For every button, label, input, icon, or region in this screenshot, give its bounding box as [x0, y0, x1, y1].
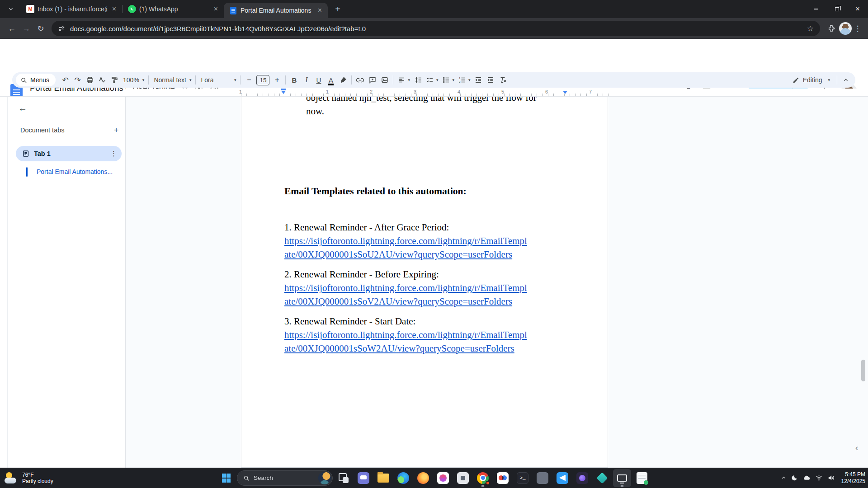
- doc-text-line: now.: [306, 104, 537, 118]
- font-select[interactable]: Lora ▾: [198, 74, 237, 86]
- bulleted-list-button[interactable]: ▾: [441, 74, 456, 86]
- bold-button[interactable]: B: [288, 74, 300, 86]
- italic-button[interactable]: I: [301, 74, 312, 86]
- first-line-indent-marker[interactable]: [281, 89, 286, 90]
- line-spacing-button[interactable]: [412, 74, 424, 86]
- taskbar-search-label: Search: [254, 474, 314, 481]
- browser-menu-icon[interactable]: ⋮: [852, 24, 863, 33]
- task-view-icon[interactable]: [335, 469, 353, 487]
- close-window-button[interactable]: ×: [847, 0, 868, 18]
- taskbar-clock[interactable]: 5:45 PM 12/4/2025: [841, 471, 865, 485]
- template-link[interactable]: ate/00XJQ000001sSoV2AU/view?queryScope=u…: [284, 295, 527, 308]
- sidebar-tab-1[interactable]: Tab 1 ⋮: [16, 146, 122, 161]
- insert-link-button[interactable]: [354, 74, 366, 86]
- add-tab-button[interactable]: +: [111, 125, 122, 136]
- active-window-monitor-icon[interactable]: [613, 469, 631, 487]
- volume-icon[interactable]: [827, 474, 835, 482]
- wifi-icon[interactable]: [815, 474, 823, 482]
- terminal-icon[interactable]: >_: [514, 469, 532, 487]
- address-bar[interactable]: docs.google.com/document/d/1jpc3R6Cmpii0…: [52, 21, 820, 36]
- tray-chevron-up-icon[interactable]: [781, 475, 787, 481]
- show-side-panel-icon[interactable]: ‹: [855, 443, 858, 453]
- vscode-icon[interactable]: [553, 469, 571, 487]
- firefox-icon[interactable]: [414, 469, 432, 487]
- site-settings-tune-icon[interactable]: [58, 25, 66, 33]
- template-link[interactable]: ate/00XJQ000001sSoW2AU/view?queryScope=u…: [284, 342, 527, 355]
- increase-font-size-button[interactable]: +: [271, 74, 283, 86]
- editing-mode-select[interactable]: Editing ▾: [788, 76, 835, 84]
- sidebar-tab-label: Tab 1: [34, 150, 106, 157]
- clipped-paragraph: object named hjh_test, selecting that wi…: [306, 97, 537, 118]
- item-label: 2. Renewal Reminder - Before Expiring:: [284, 267, 527, 281]
- font-size-input[interactable]: 15: [256, 75, 269, 85]
- paragraph-style-select[interactable]: Normal text ▾: [151, 74, 193, 86]
- document-canvas[interactable]: object named hjh_test, selecting that wi…: [126, 97, 868, 468]
- scrollbar-thumb[interactable]: [861, 360, 865, 381]
- template-link[interactable]: ate/00XJQ000001sSoU2AU/view?queryScope=u…: [284, 248, 527, 261]
- template-link[interactable]: https://isijoftoronto.lightning.force.co…: [284, 328, 527, 342]
- tab-options-icon[interactable]: ⋮: [110, 150, 117, 158]
- file-explorer-icon[interactable]: [374, 469, 392, 487]
- back-button[interactable]: ←: [5, 21, 19, 36]
- underline-button[interactable]: U: [313, 74, 324, 86]
- restore-button[interactable]: [826, 0, 847, 18]
- taskbar-search[interactable]: Search: [237, 470, 333, 486]
- night-mode-moon-icon[interactable]: [791, 474, 798, 482]
- forward-button[interactable]: →: [19, 21, 33, 36]
- bookmark-star-icon[interactable]: ☆: [807, 24, 814, 33]
- outline-heading-link[interactable]: Portal Email Automations...: [37, 168, 113, 175]
- spell-check-button[interactable]: [96, 74, 108, 86]
- close-tab-icon[interactable]: ×: [110, 5, 118, 14]
- decrease-font-size-button[interactable]: −: [243, 74, 255, 86]
- photos-app-icon[interactable]: [494, 469, 512, 487]
- docs-toolbar: Menus ↶ ↷ 100% ▾ Normal text ▾ Lora ▾ − …: [12, 72, 855, 88]
- print-button[interactable]: [84, 74, 95, 86]
- chrome-icon[interactable]: [474, 469, 492, 487]
- start-button[interactable]: [217, 469, 235, 487]
- text-color-button[interactable]: A: [325, 74, 336, 86]
- light-app-icon[interactable]: [454, 469, 472, 487]
- checklist-button[interactable]: ▾: [425, 74, 440, 86]
- clear-formatting-button[interactable]: [497, 74, 509, 86]
- browser-tab[interactable]: Inbox (1) - ishann.tforce@gmail×: [21, 0, 122, 18]
- font-dropdown-icon: ▾: [234, 78, 236, 82]
- gray-app-icon[interactable]: [533, 469, 552, 487]
- toolbar-menus-search[interactable]: Menus: [16, 74, 56, 86]
- clock-date: 12/4/2025: [841, 478, 865, 485]
- insert-image-button[interactable]: [379, 74, 390, 86]
- tab-search-button[interactable]: [5, 3, 17, 15]
- extensions-puzzle-icon[interactable]: [824, 21, 839, 36]
- zoom-select[interactable]: 100% ▾: [121, 74, 146, 86]
- highlight-color-button[interactable]: [337, 74, 349, 86]
- weather-widget[interactable]: 76°F Partly cloudy: [5, 468, 53, 488]
- minimize-button[interactable]: [806, 0, 826, 18]
- browser-tab[interactable]: Portal Email Automations – User Guide×: [224, 3, 328, 18]
- pink-app-icon[interactable]: [434, 469, 452, 487]
- undo-button[interactable]: ↶: [60, 74, 71, 86]
- cloud-tray-icon[interactable]: [803, 474, 811, 482]
- browser-tab[interactable]: (1) WhatsApp×: [123, 0, 224, 18]
- add-comment-button[interactable]: [367, 74, 378, 86]
- decrease-indent-button[interactable]: [473, 74, 484, 86]
- numbered-list-button[interactable]: 12 ▾: [457, 74, 472, 86]
- template-link[interactable]: https://isijoftoronto.lightning.force.co…: [284, 234, 527, 248]
- browser-profile-avatar[interactable]: [839, 22, 852, 35]
- align-button[interactable]: ▾: [396, 74, 411, 86]
- edge-icon[interactable]: [394, 469, 412, 487]
- paint-format-button[interactable]: [108, 74, 120, 86]
- back-arrow-icon[interactable]: ←: [17, 102, 28, 114]
- template-link[interactable]: https://isijoftoronto.lightning.force.co…: [284, 281, 527, 295]
- teams-chat-icon[interactable]: [354, 469, 373, 487]
- redo-button[interactable]: ↷: [72, 74, 83, 86]
- right-indent-marker[interactable]: [563, 91, 567, 94]
- hide-menus-button[interactable]: [840, 74, 851, 86]
- close-tab-icon[interactable]: ×: [316, 6, 324, 15]
- notepad-icon[interactable]: [633, 469, 651, 487]
- increase-indent-button[interactable]: [485, 74, 496, 86]
- purple-app-icon[interactable]: [573, 469, 591, 487]
- new-tab-button[interactable]: +: [331, 3, 344, 15]
- left-indent-marker[interactable]: [281, 91, 286, 94]
- teal-diamond-app-icon[interactable]: [593, 469, 611, 487]
- reload-button[interactable]: ↻: [33, 21, 48, 36]
- close-tab-icon[interactable]: ×: [212, 5, 220, 14]
